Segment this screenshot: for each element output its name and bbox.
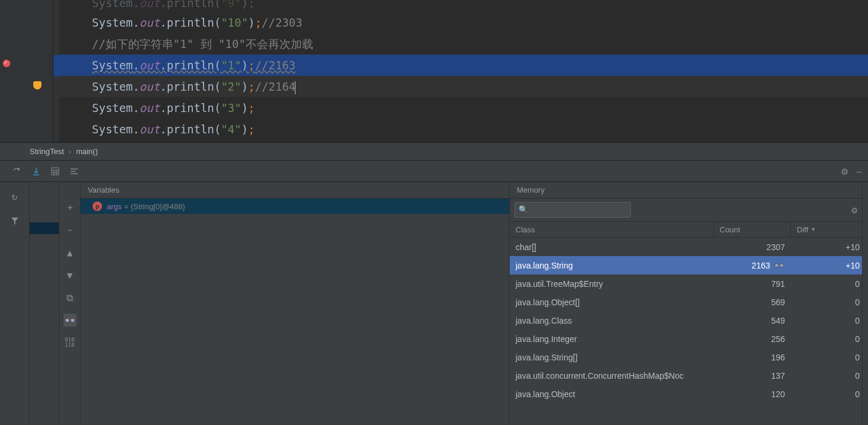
frames-selected-item[interactable] [30, 222, 59, 234]
variables-tab[interactable]: Variables [81, 182, 509, 199]
memory-table-body[interactable]: char[]2307+10java.lang.String2163 👓+10ja… [510, 238, 862, 425]
intention-bulb-icon[interactable] [33, 81, 42, 90]
breadcrumb-method[interactable]: main() [76, 147, 98, 156]
param-icon: p [93, 202, 102, 211]
step-over-icon[interactable] [12, 166, 23, 177]
copy-icon[interactable]: ⧉ [63, 291, 77, 304]
breakpoint-icon[interactable] [2, 59, 11, 68]
editor-gutter[interactable] [0, 0, 53, 142]
memory-search-input[interactable] [514, 202, 631, 218]
memory-tab[interactable]: Memory [510, 182, 862, 199]
variable-row[interactable]: pargs = {String[0]@488} [81, 199, 509, 214]
code-line[interactable]: System.out.println("2");//2164 [59, 76, 868, 97]
code-line[interactable]: System.out.println("1");//2163 [59, 55, 868, 76]
search-icon: 🔍 [519, 205, 528, 214]
code-line[interactable]: //如下的字符串"1" 到 "10"不会再次加载 [92, 33, 868, 55]
breadcrumb-separator: › [69, 147, 71, 156]
rerun-icon[interactable]: ↻ [9, 190, 21, 202]
step-into-icon[interactable] [31, 166, 42, 177]
memory-row[interactable]: java.lang.Integer2560 [510, 330, 862, 348]
selection-strip [53, 0, 59, 142]
add-watch-icon[interactable]: ＋ [63, 201, 77, 214]
memory-row[interactable]: java.lang.Object[]5690 [510, 293, 862, 311]
editor-area: System.out.println("9");System.out.print… [0, 0, 868, 142]
debug-toolbar: ⚙ — [0, 160, 868, 181]
svg-rect-0 [52, 168, 59, 175]
code-line[interactable]: System.out.println("4"); [92, 119, 868, 140]
memory-col-diff[interactable]: Diff▼ [791, 222, 862, 237]
remove-watch-icon[interactable]: － [63, 223, 77, 237]
debug-actions-strip: ↻ [0, 182, 30, 425]
memory-col-count[interactable]: Count [714, 222, 791, 237]
right-strip [862, 182, 868, 425]
settings-gear-icon[interactable]: ⚙ [841, 165, 848, 177]
minimize-icon[interactable]: — [854, 166, 864, 177]
variables-toolbar: ＋ － ▲ ▼ ⧉ 👓 010110 [59, 182, 81, 425]
move-down-icon[interactable]: ▼ [63, 269, 77, 282]
memory-row[interactable]: java.lang.String2163 👓+10 [510, 256, 862, 274]
tracked-icon: 👓 [774, 260, 785, 271]
filter-icon[interactable] [9, 215, 21, 227]
sort-desc-icon: ▼ [810, 226, 816, 232]
settings-lines-icon[interactable] [69, 166, 80, 177]
code-line[interactable]: System.out.println("10");//2303 [92, 12, 868, 33]
glasses-icon[interactable]: 👓 [63, 314, 77, 327]
breadcrumb[interactable]: StringTest › main() [0, 142, 868, 160]
calculator-icon[interactable] [50, 166, 61, 177]
move-up-icon[interactable]: ▲ [63, 246, 77, 259]
memory-row[interactable]: java.util.TreeMap$Entry7910 [510, 274, 862, 293]
memory-row[interactable]: java.lang.Class5490 [510, 311, 862, 330]
breadcrumb-class[interactable]: StringTest [30, 147, 64, 156]
frames-strip[interactable] [30, 182, 59, 425]
memory-row[interactable]: char[]2307+10 [510, 238, 862, 256]
code-line[interactable]: System.out.println("9"); [92, 0, 868, 12]
variables-panel: Variables pargs = {String[0]@488} [81, 182, 509, 425]
memory-row[interactable]: java.lang.String[]1960 [510, 348, 862, 366]
memory-panel: Memory 🔍 ⚙ Class Count Diff▼ char[]2307+… [509, 182, 862, 425]
memory-row[interactable]: java.lang.Object1200 [510, 385, 862, 403]
code-content[interactable]: System.out.println("9");System.out.print… [59, 0, 868, 142]
memory-table-header: Class Count Diff▼ [510, 221, 862, 238]
debug-panels: ↻ ＋ － ▲ ▼ ⧉ 👓 010110 Variables pargs = {… [0, 181, 868, 425]
memory-settings-icon[interactable]: ⚙ [851, 204, 857, 216]
memory-row[interactable]: java.util.concurrent.ConcurrentHashMap$N… [510, 366, 862, 385]
binary-icon[interactable]: 010110 [63, 336, 77, 349]
memory-col-class[interactable]: Class [510, 222, 714, 237]
code-line[interactable]: System.out.println("3"); [92, 97, 868, 119]
